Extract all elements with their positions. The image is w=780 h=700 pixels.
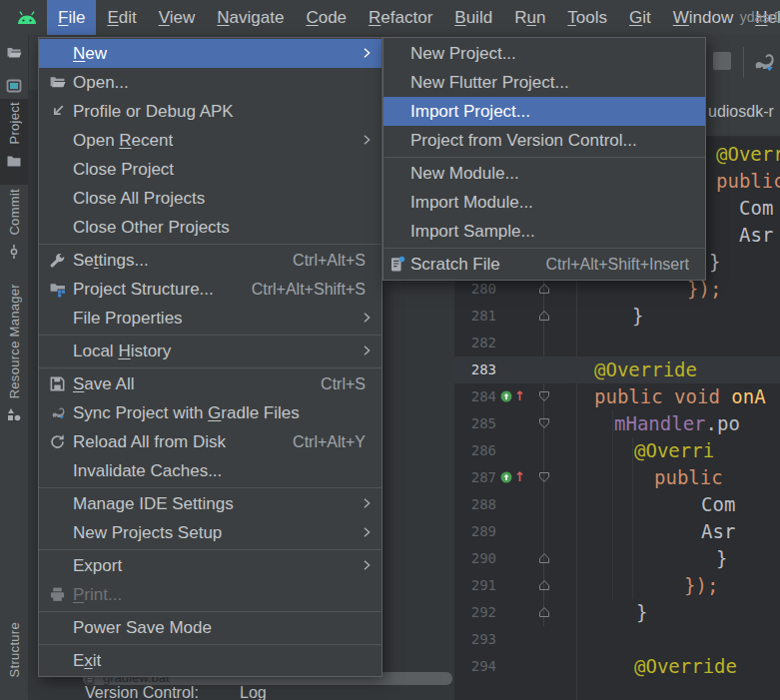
- menu-item[interactable]: Close Project: [39, 155, 382, 184]
- code-text: Com: [701, 491, 735, 518]
- override-gutter-icon[interactable]: [500, 390, 512, 402]
- code-line: 281 }: [454, 303, 780, 330]
- gradle-icon: [49, 404, 66, 421]
- fold-marker-icon[interactable]: [538, 283, 550, 295]
- menu-item[interactable]: Import Project...: [384, 97, 705, 126]
- menu-separator: [384, 157, 705, 158]
- folder-open-icon[interactable]: [6, 45, 22, 61]
- menubar-item[interactable]: Refactor: [358, 0, 443, 35]
- menu-item[interactable]: Local History: [39, 337, 382, 365]
- menu-separator: [39, 549, 382, 550]
- menubar-item[interactable]: Run: [503, 0, 556, 35]
- menu-item[interactable]: New Project...: [384, 39, 705, 68]
- menu-item[interactable]: Exit: [39, 646, 382, 675]
- menu-item[interactable]: Open Recent: [39, 126, 382, 155]
- menu-item[interactable]: Export: [39, 551, 382, 580]
- code-line: 286 @Overri: [454, 437, 780, 464]
- menu-item-label: Open Recent: [73, 131, 173, 151]
- line-number: 289: [454, 518, 496, 545]
- override-marker[interactable]: ↑: [500, 390, 525, 402]
- reload-icon: [49, 433, 66, 450]
- code-line: 284 ↑ public void onA: [454, 383, 780, 410]
- menu-item[interactable]: Save All Ctrl+S: [39, 369, 382, 398]
- menu-item[interactable]: Invalidate Caches...: [39, 456, 382, 485]
- fold-marker-icon[interactable]: [538, 579, 550, 591]
- menu-item-label: Import Project...: [410, 102, 530, 122]
- menubar-item[interactable]: Navigate: [206, 0, 295, 35]
- fold-marker-icon[interactable]: [538, 471, 550, 483]
- menubar-item[interactable]: File: [47, 0, 96, 35]
- code-line: 293: [454, 626, 780, 653]
- gradle-sync-icon[interactable]: [750, 49, 776, 75]
- menubar-item-label: Navigate: [217, 8, 284, 28]
- menu-item-label: Profile or Debug APK: [73, 102, 234, 122]
- tool-window-stripe: Project Commit Resource Manager Structur…: [0, 35, 29, 700]
- submenu-arrow-icon: [361, 345, 373, 356]
- menu-item[interactable]: Open...: [39, 68, 382, 97]
- submenu-arrow-icon: [361, 47, 373, 59]
- editor-tab[interactable]: udiosdk-r: [708, 103, 774, 121]
- menu-item[interactable]: New: [39, 39, 382, 68]
- code-text: @Overri: [634, 437, 714, 464]
- menu-item[interactable]: Profile or Debug APK: [39, 97, 382, 126]
- override-marker[interactable]: ↑: [500, 471, 525, 483]
- code-text: }: [716, 545, 727, 572]
- menu-item[interactable]: Close All Projects: [39, 184, 382, 213]
- tool-window-tab[interactable]: Project: [0, 99, 28, 185]
- menu-item-label: Reload All from Disk: [73, 432, 226, 452]
- menu-item[interactable]: Import Module...: [384, 188, 705, 217]
- menu-item[interactable]: Manage IDE Settings: [39, 489, 382, 518]
- menu-item-label: New Module...: [410, 164, 519, 184]
- menubar-item[interactable]: Build: [443, 0, 503, 35]
- version-control-tab[interactable]: Version Control:: [85, 684, 199, 700]
- tool-window-tab[interactable]: Resource Manager: [0, 281, 28, 434]
- menubar-item[interactable]: Code: [295, 0, 358, 35]
- menubar-item-label: Edit: [107, 8, 136, 28]
- menubar-item[interactable]: Edit: [96, 0, 147, 35]
- menu-item[interactable]: Reload All from Disk Ctrl+Alt+Y: [39, 427, 382, 456]
- menu-item[interactable]: Project from Version Control...: [384, 126, 705, 155]
- fold-marker-icon[interactable]: [538, 552, 550, 564]
- code-line: 292 }: [454, 599, 780, 626]
- menu-item[interactable]: Settings... Ctrl+Alt+S: [39, 246, 382, 275]
- fold-marker-icon[interactable]: [538, 606, 550, 618]
- menu-item-label: New: [73, 44, 107, 64]
- code-text: public: [654, 464, 723, 491]
- stop-square-icon[interactable]: [713, 52, 731, 70]
- menu-item[interactable]: Close Other Projects: [39, 213, 382, 242]
- tool-window-tab[interactable]: Commit: [0, 186, 28, 268]
- menu-item[interactable]: Scratch File Ctrl+Alt+Shift+Insert: [384, 250, 705, 279]
- menu-item[interactable]: New Projects Setup: [39, 518, 382, 547]
- submenu-arrow-icon: [361, 559, 373, 571]
- fold-marker-icon[interactable]: [538, 390, 550, 402]
- code-text: mHandler.po: [614, 410, 740, 437]
- tool-window-tab[interactable]: Structure: [0, 619, 28, 700]
- menu-item[interactable]: New Module...: [384, 159, 705, 188]
- menu-item[interactable]: File Properties: [39, 304, 382, 333]
- menubar-item[interactable]: Tools: [556, 0, 618, 35]
- fold-marker-icon[interactable]: [538, 310, 550, 322]
- menu-item[interactable]: Power Save Mode: [39, 613, 382, 642]
- menu-item[interactable]: Import Sample...: [384, 217, 705, 246]
- code-text: public void onA: [594, 383, 766, 410]
- code-text: Asr: [739, 222, 773, 249]
- device-screen-icon[interactable]: [6, 78, 22, 94]
- code-line: 283 @Override: [454, 356, 780, 383]
- log-tab[interactable]: Log: [240, 684, 267, 700]
- menu-item[interactable]: Sync Project with Gradle Files: [39, 398, 382, 427]
- line-number: 281: [454, 303, 496, 330]
- menubar-item-label: Refactor: [369, 8, 432, 28]
- resource-manager-icon: [6, 406, 22, 422]
- menubar-item[interactable]: View: [148, 0, 207, 35]
- fold-marker-icon[interactable]: [538, 417, 550, 429]
- menu-item[interactable]: New Flutter Project...: [384, 68, 705, 97]
- menu-item[interactable]: Project Structure... Ctrl+Alt+Shift+S: [39, 275, 382, 304]
- menu-item[interactable]: Print...: [39, 580, 382, 609]
- override-gutter-icon[interactable]: [500, 471, 512, 483]
- window-title-fragment: ydasrD: [740, 9, 780, 25]
- menubar-item[interactable]: Git: [618, 0, 662, 35]
- menubar-item[interactable]: Window: [662, 0, 744, 35]
- profile-apk-icon: [49, 103, 66, 120]
- android-studio-logo-icon: [16, 11, 38, 25]
- code-text: }: [636, 599, 647, 626]
